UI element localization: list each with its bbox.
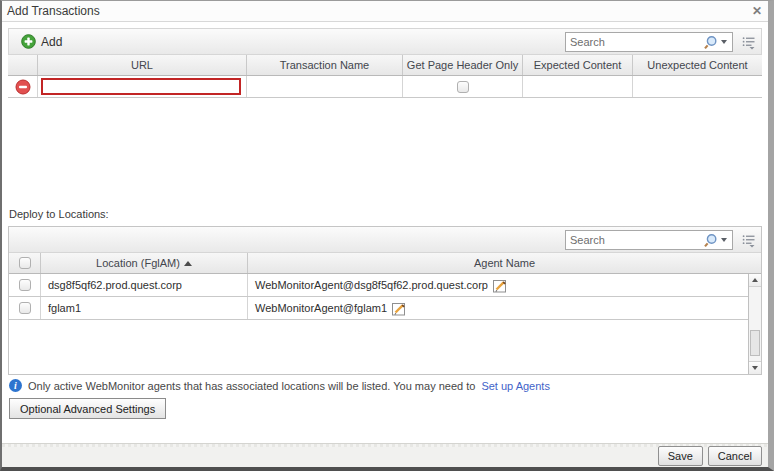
deploy-locations-grid: Location (FglAM) Agent Name dsg8f5qf62.p…	[8, 226, 762, 375]
scroll-up-button[interactable]	[749, 274, 761, 287]
search-options-caret-icon	[721, 40, 727, 44]
add-transactions-dialog: Add Transactions ✕ Add	[0, 0, 774, 471]
location-row[interactable]: dsg8f5qf62.prod.quest.corp WebMonitorAge…	[9, 274, 748, 297]
agent-name-cell: WebMonitorAgent@dsg8f5qf62.prod.quest.co…	[248, 274, 748, 296]
url-input[interactable]	[41, 78, 241, 95]
column-header-unexpected-content[interactable]: Unexpected Content	[633, 55, 762, 75]
agent-name-text: WebMonitorAgent@dsg8f5qf62.prod.quest.co…	[255, 279, 488, 291]
dialog-title: Add Transactions	[7, 4, 100, 18]
column-header-location-label: Location (FglAM)	[96, 257, 180, 269]
search-icon	[703, 35, 718, 50]
search-button[interactable]	[701, 35, 732, 50]
unexpected-content-cell[interactable]	[633, 76, 762, 97]
optional-advanced-settings-button[interactable]: Optional Advanced Settings	[9, 398, 166, 419]
info-note: i Only active WebMonitor agents that has…	[9, 379, 550, 392]
dialog-footer: Save Cancel	[2, 443, 768, 467]
info-icon: i	[9, 379, 22, 392]
grid-customizer-icon[interactable]	[742, 36, 756, 50]
add-icon	[21, 34, 36, 49]
scroll-down-button[interactable]	[749, 361, 761, 374]
select-all-checkbox[interactable]	[19, 257, 31, 269]
deploy-grid-body: dsg8f5qf62.prod.quest.corp WebMonitorAge…	[9, 274, 761, 374]
deploy-toolbar	[9, 227, 761, 253]
save-button[interactable]: Save	[658, 446, 703, 466]
add-button-label: Add	[41, 35, 62, 49]
grid-customizer-icon[interactable]	[742, 234, 756, 248]
delete-cell	[8, 76, 38, 97]
select-all-header-cell	[9, 253, 41, 273]
add-button[interactable]: Add	[21, 34, 62, 49]
edit-agent-icon[interactable]	[392, 302, 407, 316]
expected-content-cell[interactable]	[523, 76, 633, 97]
dialog-titlebar: Add Transactions ✕	[2, 1, 768, 22]
set-up-agents-link[interactable]: Set up Agents	[481, 380, 550, 392]
deploy-search-button[interactable]	[701, 233, 732, 248]
column-header-url[interactable]: URL	[38, 55, 247, 75]
url-cell	[38, 76, 247, 97]
delete-row-icon[interactable]	[15, 79, 31, 95]
vertical-scrollbar[interactable]	[748, 274, 761, 374]
transactions-search-input[interactable]	[566, 34, 701, 50]
location-row[interactable]: fglam1 WebMonitorAgent@fglam1	[9, 297, 748, 320]
deploy-to-locations-label: Deploy to Locations:	[9, 208, 109, 220]
transaction-name-cell[interactable]	[247, 76, 403, 97]
transactions-grid: Add URL Trans	[8, 28, 762, 98]
edit-agent-icon[interactable]	[493, 279, 508, 293]
deploy-header-row: Location (FglAM) Agent Name	[9, 253, 761, 274]
column-header-get-page-header-only[interactable]: Get Page Header Only	[403, 55, 523, 75]
column-header-delete	[8, 55, 38, 75]
cancel-button[interactable]: Cancel	[708, 446, 762, 466]
sort-ascending-icon	[184, 261, 192, 266]
agent-name-text: WebMonitorAgent@fglam1	[255, 302, 387, 314]
column-header-expected-content[interactable]: Expected Content	[523, 55, 633, 75]
agent-name-cell: WebMonitorAgent@fglam1	[248, 297, 748, 319]
deploy-search-box	[565, 230, 733, 250]
location-cell: fglam1	[41, 297, 248, 319]
transaction-row	[8, 76, 762, 98]
scrollbar-thumb[interactable]	[750, 330, 760, 356]
search-icon	[703, 233, 718, 248]
close-icon[interactable]: ✕	[752, 3, 762, 19]
deploy-search-input[interactable]	[566, 232, 701, 248]
location-cell: dsg8f5qf62.prod.quest.corp	[41, 274, 248, 296]
row-select-cell	[9, 297, 41, 319]
row-select-cell	[9, 274, 41, 296]
transactions-search-box	[565, 32, 733, 52]
transactions-toolbar: Add	[8, 28, 762, 55]
transactions-header-row: URL Transaction Name Get Page Header Onl…	[8, 55, 762, 76]
scroll-up-icon	[752, 278, 758, 282]
get-page-header-only-cell	[403, 76, 523, 97]
search-options-caret-icon	[721, 238, 727, 242]
column-header-transaction-name[interactable]: Transaction Name	[247, 55, 403, 75]
row-checkbox[interactable]	[19, 279, 31, 291]
column-header-location[interactable]: Location (FglAM)	[41, 253, 248, 273]
info-text: Only active WebMonitor agents that has a…	[28, 380, 475, 392]
column-header-agent-name[interactable]: Agent Name	[248, 253, 761, 273]
get-page-header-only-checkbox[interactable]	[457, 81, 469, 93]
row-checkbox[interactable]	[19, 302, 31, 314]
scroll-down-icon	[752, 366, 758, 370]
